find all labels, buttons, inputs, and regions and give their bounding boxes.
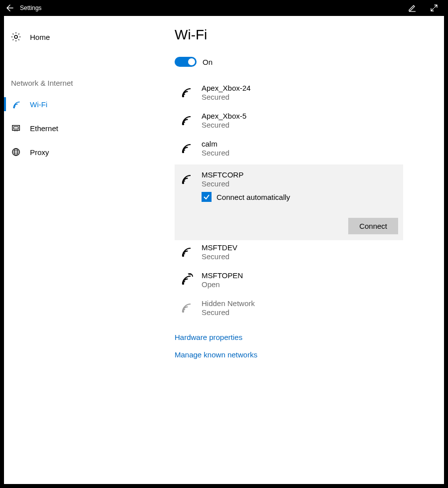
network-status: Secured — [202, 149, 229, 157]
hardware-properties-link[interactable]: Hardware properties — [175, 333, 444, 341]
sidebar: Home Network & Internet Wi-Fi Ethernet — [4, 16, 169, 484]
titlebar: Settings — [0, 0, 448, 16]
edit-button[interactable] — [406, 2, 418, 14]
sidebar-item-ethernet[interactable]: Ethernet — [4, 116, 169, 140]
sidebar-section-label: Network & Internet — [4, 79, 169, 92]
arrow-left-icon — [6, 4, 14, 12]
sidebar-item-wifi[interactable]: Wi-Fi — [4, 92, 169, 116]
connect-button[interactable]: Connect — [348, 218, 398, 234]
back-button[interactable] — [4, 2, 16, 14]
network-item[interactable]: MSFTOPEN Open — [175, 268, 403, 296]
network-item[interactable]: Apex_Xbox-5 Secured — [175, 109, 403, 137]
network-name: MSFTOPEN — [202, 271, 243, 280]
sidebar-item-label: Wi-Fi — [30, 100, 47, 109]
sidebar-item-label: Ethernet — [30, 124, 58, 133]
network-name: Apex_Xbox-5 — [202, 112, 246, 120]
connect-auto-label: Connect automatically — [217, 193, 290, 201]
network-item-selected[interactable]: MSFTCORP Secured Connect automatically — [175, 164, 403, 240]
svg-point-1 — [14, 35, 17, 38]
network-item[interactable]: MSFTDEV Secured — [175, 240, 403, 268]
wifi-toggle-label: On — [203, 58, 213, 66]
toggle-knob — [188, 58, 195, 65]
page-title: Wi-Fi — [175, 27, 444, 43]
connect-auto-checkbox[interactable] — [202, 192, 212, 202]
manage-networks-link[interactable]: Manage known networks — [175, 350, 444, 359]
network-name: Apex_Xbox-24 — [202, 84, 250, 92]
network-status: Secured — [202, 252, 237, 261]
network-list: Apex_Xbox-24 Secured Apex_Xbox-5 Secured — [175, 81, 403, 324]
fullscreen-button[interactable] — [428, 2, 440, 14]
window-title: Settings — [20, 4, 406, 11]
wifi-secured-icon — [180, 301, 194, 315]
wifi-secured-icon — [180, 114, 194, 128]
sidebar-item-label: Proxy — [30, 148, 49, 157]
svg-rect-3 — [14, 127, 18, 129]
network-status: Secured — [202, 179, 243, 188]
network-name: MSFTDEV — [202, 243, 237, 252]
network-item[interactable]: Hidden Network Secured — [175, 296, 403, 324]
wifi-secured-icon — [180, 142, 194, 156]
wifi-toggle[interactable] — [175, 57, 197, 67]
expand-icon — [430, 4, 438, 12]
network-status: Secured — [202, 121, 246, 129]
wifi-icon — [11, 99, 21, 109]
sidebar-item-label: Home — [30, 33, 50, 41]
gear-icon — [11, 32, 21, 42]
sidebar-item-proxy[interactable]: Proxy — [4, 140, 169, 164]
network-name: Hidden Network — [202, 299, 255, 308]
main-content: Wi-Fi On Apex_Xbox-24 Secured — [169, 16, 444, 484]
network-item[interactable]: calm Secured — [175, 137, 403, 164]
network-status: Secured — [202, 308, 255, 317]
globe-icon — [11, 147, 21, 157]
network-status: Secured — [202, 93, 250, 101]
sidebar-item-home[interactable]: Home — [4, 27, 169, 47]
network-name: MSFTCORP — [202, 170, 243, 179]
wifi-secured-icon — [180, 245, 194, 259]
network-name: calm — [202, 140, 229, 148]
network-status: Open — [202, 280, 243, 289]
wifi-secured-icon — [180, 86, 194, 100]
checkmark-icon — [203, 193, 210, 200]
wifi-open-icon — [180, 273, 194, 287]
wifi-secured-icon — [180, 172, 194, 186]
pencil-icon — [408, 4, 416, 12]
ethernet-icon — [11, 123, 21, 133]
network-item[interactable]: Apex_Xbox-24 Secured — [175, 81, 403, 109]
